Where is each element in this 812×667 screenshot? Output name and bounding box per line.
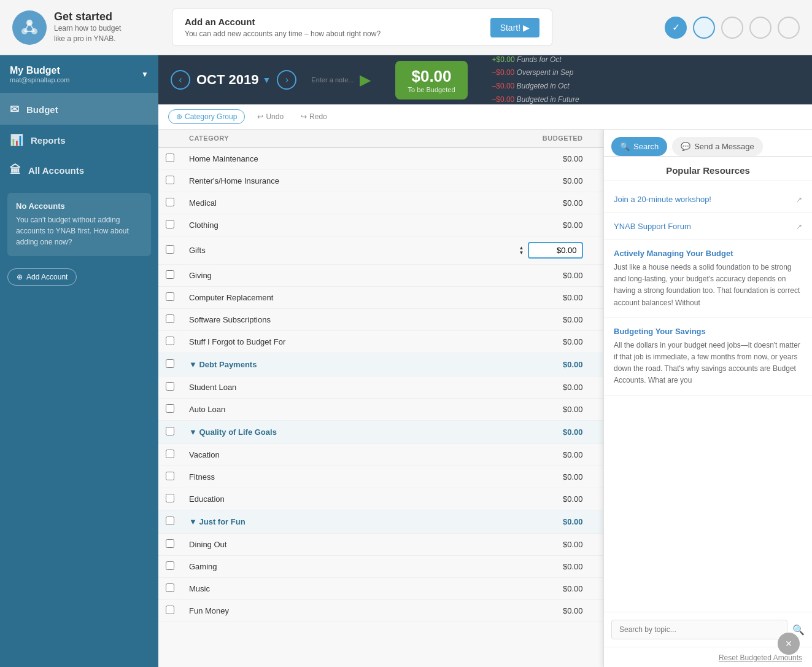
ynab-logo — [12, 10, 47, 45]
note-label[interactable]: Enter a note... — [311, 76, 354, 84]
row-checkbox[interactable] — [166, 517, 174, 525]
redo-button[interactable]: ↪ Redo — [296, 110, 332, 123]
table-row-budgeted: $0.00 — [421, 556, 590, 578]
row-checkbox[interactable] — [166, 583, 174, 592]
sidebar-item-all-accounts[interactable]: 🏛 All Accounts — [0, 155, 158, 185]
to-be-budgeted-box: $0.00 To be Budgeted — [395, 61, 467, 99]
article-1-title[interactable]: Actively Managing Your Budget — [614, 249, 802, 258]
next-month-button[interactable]: › — [277, 70, 296, 90]
budget-input-arrows[interactable]: ▲▼ — [519, 246, 524, 255]
no-accounts-heading: No Accounts — [16, 201, 142, 211]
add-category-label: Category Group — [185, 112, 237, 121]
add-account-button[interactable]: ⊕ Add Account — [7, 268, 77, 286]
user-email: mat@spinaltap.com — [10, 76, 69, 84]
table-row-budgeted: $0.00 — [421, 353, 590, 376]
progress-dot-2[interactable] — [693, 17, 715, 39]
budget-name: My Budget — [10, 65, 69, 76]
row-checkbox[interactable] — [166, 154, 174, 162]
reset-budgeted-button[interactable]: Reset Budgeted Amounts — [719, 653, 802, 662]
workshop-link[interactable]: Join a 20-minute workshop! ↗ — [604, 186, 812, 213]
current-month: OCT 2019 — [196, 72, 259, 88]
progress-dot-3[interactable] — [721, 17, 743, 39]
external-link-icon-1: ↗ — [796, 195, 802, 204]
undo-label: Undo — [266, 112, 284, 121]
month-title[interactable]: OCT 2019 ▼ — [196, 72, 271, 88]
progress-dot-4[interactable] — [749, 17, 771, 39]
row-checkbox[interactable] — [166, 404, 174, 413]
row-checkbox[interactable] — [166, 359, 174, 368]
table-row-budgeted: $0.00 — [421, 600, 590, 622]
plus-icon: ⊕ — [17, 273, 23, 281]
budget-header: ‹ OCT 2019 ▼ › Enter a note... ▶ $0.00 T… — [158, 55, 812, 104]
add-category-group-button[interactable]: ⊕ Category Group — [168, 109, 245, 124]
no-accounts-box: No Accounts You can't budget without add… — [7, 193, 151, 256]
row-checkbox[interactable] — [166, 270, 174, 279]
row-checkbox[interactable] — [166, 220, 174, 228]
row-checkbox[interactable] — [166, 198, 174, 206]
row-checkbox[interactable] — [166, 427, 174, 435]
help-search-input[interactable] — [611, 620, 787, 639]
table-row-category: Giving — [182, 265, 421, 287]
row-checkbox[interactable] — [166, 606, 174, 614]
table-row-budgeted: $0.00 — [421, 376, 590, 399]
row-checkbox[interactable] — [166, 450, 174, 458]
budgeted-future: –$0.00 — [492, 95, 515, 104]
sidebar-header[interactable]: My Budget mat@spinaltap.com ▼ — [0, 55, 158, 94]
row-checkbox[interactable] — [166, 539, 174, 548]
table-row-budgeted: $0.00 — [421, 170, 590, 192]
table-row-budgeted[interactable]: ▲▼ — [421, 236, 590, 265]
article-2-title[interactable]: Budgeting Your Savings — [614, 327, 802, 336]
table-row-budgeted: $0.00 — [421, 309, 590, 331]
header-checkbox-cell — [158, 130, 182, 147]
help-tab-search[interactable]: 🔍 Search — [611, 137, 667, 156]
sidebar-item-reports[interactable]: 📊 Reports — [0, 125, 158, 155]
sidebar-item-reports-label: Reports — [31, 135, 66, 146]
arrow-right-icon: ▶ — [360, 71, 371, 88]
table-row-category: Dining Out — [182, 534, 421, 556]
row-checkbox[interactable] — [166, 176, 174, 184]
row-checkbox[interactable] — [166, 382, 174, 391]
row-checkbox[interactable] — [166, 494, 174, 502]
row-checkbox[interactable] — [166, 561, 174, 570]
help-resources: Join a 20-minute workshop! ↗ YNAB Suppor… — [604, 181, 812, 612]
table-row-budgeted: $0.00 — [421, 488, 590, 510]
table-row-category: Home Maintenance — [182, 147, 421, 170]
start-button[interactable]: Start! ▶ — [490, 18, 539, 37]
table-row-budgeted: $0.00 — [421, 444, 590, 466]
header-category: CATEGORY — [182, 130, 421, 147]
row-checkbox[interactable] — [166, 292, 174, 301]
message-icon: 💬 — [681, 142, 690, 151]
row-checkbox[interactable] — [166, 245, 174, 254]
undo-button[interactable]: ↩ Undo — [252, 110, 288, 123]
article-managing-budget: Actively Managing Your Budget Just like … — [604, 240, 812, 318]
get-started-subtitle1: Learn how to budget — [54, 23, 121, 34]
plus-category-icon: ⊕ — [176, 112, 182, 121]
overspent-sep: –$0.00 — [492, 68, 515, 77]
sidebar-item-accounts-label: All Accounts — [28, 165, 84, 176]
workshop-label: Join a 20-minute workshop! — [614, 195, 711, 204]
progress-dot-5[interactable] — [778, 17, 800, 39]
add-account-description: You can add new accounts any time – how … — [185, 29, 381, 38]
table-row-category: Auto Loan — [182, 399, 421, 421]
table-row-category: Software Subscriptions — [182, 309, 421, 331]
table-row-category: Renter's/Home Insurance — [182, 170, 421, 192]
row-checkbox[interactable] — [166, 472, 174, 480]
help-panel: 🔍 Search 💬 Send a Message Popular Resour… — [603, 130, 812, 667]
budgeted-amount-input[interactable] — [528, 242, 583, 259]
accounts-icon: 🏛 — [10, 164, 21, 177]
help-tab-message[interactable]: 💬 Send a Message — [672, 137, 763, 156]
add-account-banner: Add an Account You can add new accounts … — [172, 9, 552, 46]
budget-icon: ✉ — [10, 103, 19, 116]
close-help-button[interactable]: × — [778, 633, 800, 655]
table-row-category: Gifts — [182, 236, 421, 265]
table-row-category: ▼ Quality of Life Goals — [182, 421, 421, 444]
prev-month-button[interactable]: ‹ — [171, 70, 190, 90]
progress-dot-1[interactable]: ✓ — [665, 17, 687, 39]
support-forum-link[interactable]: YNAB Support Forum ↗ — [604, 213, 812, 240]
sidebar-item-budget[interactable]: ✉ Budget — [0, 94, 158, 125]
row-checkbox[interactable] — [166, 314, 174, 323]
table-row-budgeted: $0.00 — [421, 214, 590, 236]
toolbar: ⊕ Category Group ↩ Undo ↪ Redo — [158, 104, 812, 130]
row-checkbox[interactable] — [166, 337, 174, 345]
redo-label: Redo — [309, 112, 327, 121]
